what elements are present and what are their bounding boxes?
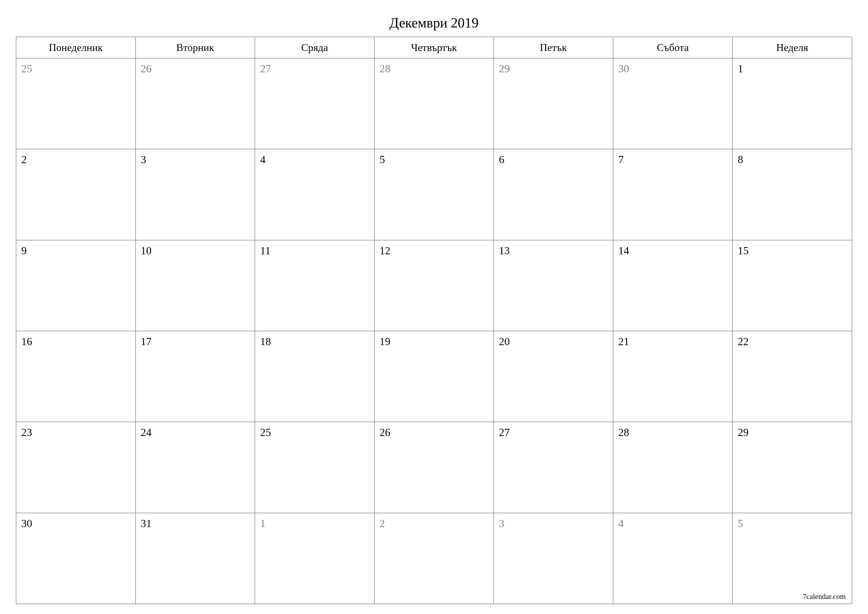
day-number: 24 [141, 426, 152, 438]
calendar-day-cell: 1 [732, 58, 852, 149]
calendar-day-cell: 27 [255, 58, 374, 149]
day-number: 12 [380, 245, 391, 257]
weekday-header-row: Понеделник Вторник Сряда Четвъртък Петък… [16, 37, 852, 58]
day-number: 2 [21, 154, 27, 166]
day-number: 25 [260, 426, 271, 438]
day-number: 9 [21, 245, 27, 257]
calendar-day-cell: 14 [613, 240, 733, 331]
calendar-day-cell: 31 [136, 513, 255, 604]
day-number: 1 [738, 63, 743, 75]
day-number: 25 [21, 63, 32, 75]
calendar-day-cell: 7 [613, 149, 733, 240]
calendar-day-cell: 25 [16, 58, 136, 149]
day-number: 1 [260, 518, 265, 530]
calendar-day-cell: 30 [16, 513, 136, 604]
calendar-day-cell: 8 [732, 149, 852, 240]
day-number: 5 [380, 154, 385, 166]
calendar-day-cell: 22 [732, 331, 852, 422]
calendar-week-row: 23242526272829 [16, 422, 852, 513]
calendar-day-cell: 9 [16, 240, 136, 331]
day-number: 19 [380, 336, 391, 348]
source-footer: 7calendar.com [803, 592, 846, 601]
day-number: 17 [141, 336, 152, 348]
month-title: Декември 2019 [16, 15, 852, 31]
calendar-day-cell: 26 [374, 422, 494, 513]
day-number: 13 [499, 245, 510, 257]
calendar-day-cell: 11 [255, 240, 374, 331]
day-number: 27 [260, 63, 271, 75]
day-number: 21 [618, 336, 629, 348]
calendar-day-cell: 4 [613, 513, 733, 604]
day-number: 27 [499, 426, 510, 438]
calendar-day-cell: 17 [136, 331, 255, 422]
calendar-day-cell: 4 [255, 149, 374, 240]
day-number: 4 [260, 154, 265, 166]
calendar-day-cell: 28 [613, 422, 733, 513]
calendar-day-cell: 3 [136, 149, 255, 240]
day-number: 8 [738, 154, 743, 166]
day-number: 20 [499, 336, 510, 348]
day-number: 3 [499, 518, 504, 530]
calendar-day-cell: 13 [494, 240, 613, 331]
weekday-header: Вторник [136, 37, 255, 58]
calendar-grid: Понеделник Вторник Сряда Четвъртък Петък… [16, 37, 852, 604]
calendar-day-cell: 57calendar.com [732, 513, 852, 604]
calendar-day-cell: 27 [494, 422, 613, 513]
day-number: 16 [21, 336, 32, 348]
day-number: 26 [380, 426, 391, 438]
calendar-day-cell: 30 [613, 58, 733, 149]
calendar-week-row: 9101112131415 [16, 240, 852, 331]
day-number: 4 [618, 518, 624, 530]
calendar-day-cell: 2 [16, 149, 136, 240]
day-number: 18 [260, 336, 271, 348]
calendar-week-row: 2526272829301 [16, 58, 852, 149]
weekday-header: Понеделник [16, 37, 136, 58]
calendar-page: Декември 2019 Понеделник Вторник Сряда Ч… [0, 0, 868, 614]
day-number: 5 [738, 518, 743, 530]
day-number: 15 [738, 245, 749, 257]
day-number: 23 [21, 426, 32, 438]
weekday-header: Четвъртък [374, 37, 494, 58]
calendar-day-cell: 3 [494, 513, 613, 604]
calendar-day-cell: 1 [255, 513, 374, 604]
day-number: 28 [380, 63, 391, 75]
weekday-header: Събота [613, 37, 733, 58]
calendar-day-cell: 29 [494, 58, 613, 149]
weekday-header: Петък [494, 37, 613, 58]
calendar-day-cell: 23 [16, 422, 136, 513]
calendar-day-cell: 26 [136, 58, 255, 149]
calendar-day-cell: 19 [374, 331, 494, 422]
day-number: 7 [618, 154, 624, 166]
calendar-day-cell: 21 [613, 331, 733, 422]
calendar-week-row: 3031123457calendar.com [16, 513, 852, 604]
calendar-day-cell: 29 [732, 422, 852, 513]
day-number: 22 [738, 336, 749, 348]
day-number: 2 [380, 518, 385, 530]
day-number: 29 [499, 63, 510, 75]
day-number: 3 [141, 154, 146, 166]
calendar-day-cell: 20 [494, 331, 613, 422]
day-number: 29 [738, 426, 749, 438]
calendar-day-cell: 25 [255, 422, 374, 513]
day-number: 6 [499, 154, 504, 166]
day-number: 30 [21, 518, 32, 530]
day-number: 30 [618, 63, 629, 75]
calendar-body: 2526272829301234567891011121314151617181… [16, 58, 852, 604]
calendar-day-cell: 28 [374, 58, 494, 149]
day-number: 11 [260, 245, 270, 257]
day-number: 28 [618, 426, 629, 438]
calendar-day-cell: 2 [374, 513, 494, 604]
calendar-day-cell: 18 [255, 331, 374, 422]
calendar-week-row: 16171819202122 [16, 331, 852, 422]
calendar-day-cell: 10 [136, 240, 255, 331]
calendar-day-cell: 16 [16, 331, 136, 422]
weekday-header: Сряда [255, 37, 374, 58]
calendar-day-cell: 24 [136, 422, 255, 513]
day-number: 31 [141, 518, 152, 530]
weekday-header: Неделя [732, 37, 852, 58]
calendar-day-cell: 6 [494, 149, 613, 240]
calendar-day-cell: 5 [374, 149, 494, 240]
calendar-day-cell: 15 [732, 240, 852, 331]
day-number: 10 [141, 245, 152, 257]
calendar-week-row: 2345678 [16, 149, 852, 240]
